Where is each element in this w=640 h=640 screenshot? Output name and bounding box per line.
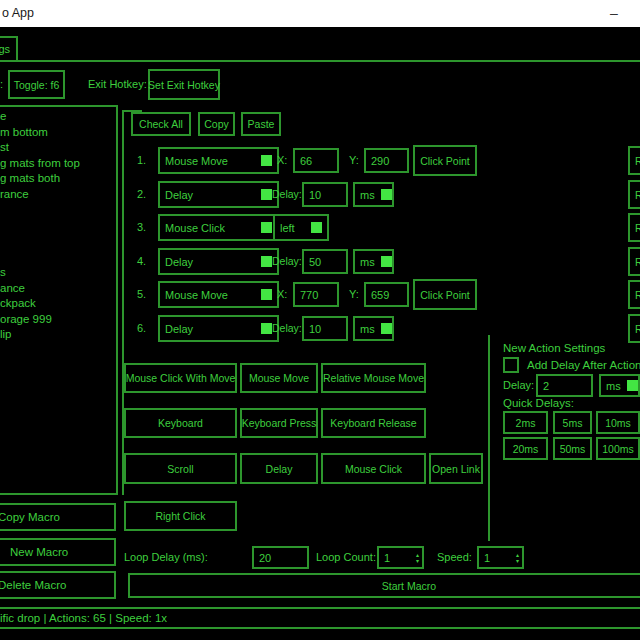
action-type-value: Delay (165, 323, 193, 335)
new-macro-button[interactable]: New Macro (0, 538, 116, 566)
quick-delay-button-20ms[interactable]: 20ms (503, 437, 548, 460)
quick-delay-button-50ms[interactable]: 50ms (553, 437, 592, 460)
x-input[interactable]: 66 (293, 148, 339, 173)
macro-list-item[interactable]: m bottom (0, 126, 48, 141)
toggle-hotkey-button[interactable]: Toggle: f6 (8, 70, 65, 99)
add-action-button-open-link[interactable]: Open Link (429, 453, 483, 484)
action-type-dropdown[interactable]: Delay (158, 248, 279, 275)
unit-dropdown[interactable]: ms (353, 316, 394, 341)
macro-listbox[interactable]: em bottomstg mats from topg mats bothran… (0, 105, 118, 495)
macro-list-item[interactable]: e (0, 110, 6, 125)
x-label: X: (277, 147, 287, 174)
add-action-button-keyboard-release[interactable]: Keyboard Release (321, 408, 426, 438)
y-input[interactable]: 290 (364, 148, 409, 173)
remove-row-button[interactable]: R (628, 180, 640, 209)
dropdown-indicator-icon (261, 289, 272, 300)
unit-dropdown[interactable]: ms (353, 249, 394, 274)
loop-count-spinner[interactable]: 1 ▴▾ (377, 546, 424, 569)
settings-separator (488, 335, 490, 541)
set-exit-hotkey-button[interactable]: Set Exit Hotkey (148, 69, 220, 100)
action-type-dropdown[interactable]: Mouse Move (158, 147, 279, 174)
quick-delay-button-100ms[interactable]: 100ms (596, 437, 640, 460)
paste-button[interactable]: Paste (241, 112, 281, 136)
x-label: X: (277, 281, 287, 308)
click-point-button[interactable]: Click Point (413, 145, 477, 176)
remove-row-button[interactable]: R (628, 247, 640, 276)
dropdown-indicator-icon (261, 256, 272, 267)
quick-delays-label: Quick Delays: (503, 397, 574, 409)
add-action-button-mouse-click-with-move[interactable]: Mouse Click With Move (124, 363, 237, 393)
action-type-value: Delay (165, 256, 193, 268)
speed-label: Speed: (437, 546, 472, 569)
unit-value: ms (360, 189, 375, 201)
macro-list-item[interactable]: orage 999 (0, 313, 52, 328)
loop-delay-input[interactable]: 20 (252, 546, 309, 569)
mouse-button-value: left (280, 222, 295, 234)
start-macro-button[interactable]: Start Macro (128, 573, 640, 598)
add-action-button-mouse-click[interactable]: Mouse Click (321, 453, 426, 484)
macro-list-item[interactable]: lip (0, 328, 12, 343)
action-type-dropdown[interactable]: Delay (158, 181, 279, 208)
spinner-arrows-icon[interactable]: ▴▾ (416, 548, 419, 567)
speed-value: 1 (484, 552, 490, 564)
action-row-number: 1. (137, 147, 146, 174)
add-action-button-keyboard-press[interactable]: Keyboard Press (240, 408, 318, 438)
delete-macro-button[interactable]: Delete Macro (0, 571, 116, 599)
remove-row-button[interactable]: R (628, 213, 640, 242)
copy-button[interactable]: Copy (198, 112, 235, 136)
quick-delay-button-5ms[interactable]: 5ms (553, 411, 592, 434)
add-action-button-relative-mouse-move[interactable]: Relative Mouse Move (321, 363, 426, 393)
remove-row-button[interactable]: R (628, 314, 640, 343)
minimize-button[interactable]: – (601, 2, 627, 24)
action-type-dropdown[interactable]: Delay (158, 315, 279, 342)
macro-list-item[interactable]: g mats from top (0, 157, 80, 172)
new-action-settings-title: New Action Settings (503, 342, 605, 354)
add-action-button-mouse-move[interactable]: Mouse Move (240, 363, 318, 393)
remove-row-button[interactable]: R (628, 280, 640, 309)
unit-value: ms (360, 323, 375, 335)
delay-input[interactable]: 10 (302, 316, 348, 341)
dropdown-indicator-icon (311, 222, 322, 233)
click-point-button[interactable]: Click Point (413, 279, 477, 310)
add-delay-checkbox[interactable] (503, 357, 519, 373)
nas-delay-input[interactable]: 2 (536, 374, 593, 397)
delay-input[interactable]: 10 (302, 182, 348, 207)
quick-delay-button-10ms[interactable]: 10ms (596, 411, 640, 434)
nas-unit-dropdown[interactable]: ms (599, 374, 640, 397)
action-type-dropdown[interactable]: Mouse Move (158, 281, 279, 308)
add-action-button-right-click[interactable]: Right Click (124, 501, 237, 531)
action-type-value: Mouse Move (165, 155, 228, 167)
window-title: o App (2, 0, 34, 27)
status-text: ific drop | Actions: 65 | Speed: 1x (0, 609, 167, 627)
macro-list-item[interactable]: ance (0, 282, 25, 297)
copy-macro-button[interactable]: Copy Macro (0, 503, 116, 531)
macro-list-item[interactable]: st (0, 141, 9, 156)
x-input[interactable]: 770 (293, 282, 339, 307)
add-action-button-delay[interactable]: Delay (240, 453, 318, 484)
macro-list-item[interactable]: g mats both (0, 172, 60, 187)
tab-settings-label: gs (0, 38, 10, 60)
dropdown-indicator-icon (627, 380, 638, 391)
action-type-dropdown[interactable]: Mouse Click (158, 214, 279, 241)
add-action-button-scroll[interactable]: Scroll (124, 453, 237, 484)
toggle-hotkey-label: : (0, 70, 3, 99)
macro-list-item[interactable]: ckpack (0, 297, 36, 312)
speed-spinner[interactable]: 1 ▴▾ (477, 546, 524, 569)
macro-list-item[interactable]: s (0, 266, 6, 281)
quick-delay-button-2ms[interactable]: 2ms (503, 411, 548, 434)
mouse-button-dropdown[interactable]: left (273, 214, 329, 241)
action-type-value: Mouse Click (165, 222, 225, 234)
delay-input[interactable]: 50 (302, 249, 348, 274)
dropdown-indicator-icon (381, 323, 392, 334)
dropdown-indicator-icon (261, 323, 272, 334)
macro-list-item[interactable]: rance (0, 188, 29, 203)
y-input[interactable]: 659 (364, 282, 409, 307)
nas-delay-label: Delay: (503, 374, 534, 397)
add-action-button-keyboard[interactable]: Keyboard (124, 408, 237, 438)
unit-value: ms (360, 256, 375, 268)
check-all-button[interactable]: Check All (131, 112, 191, 136)
tab-settings[interactable]: gs (0, 36, 18, 62)
remove-row-button[interactable]: R (628, 146, 640, 175)
unit-dropdown[interactable]: ms (353, 182, 394, 207)
spinner-arrows-icon[interactable]: ▴▾ (516, 548, 519, 567)
